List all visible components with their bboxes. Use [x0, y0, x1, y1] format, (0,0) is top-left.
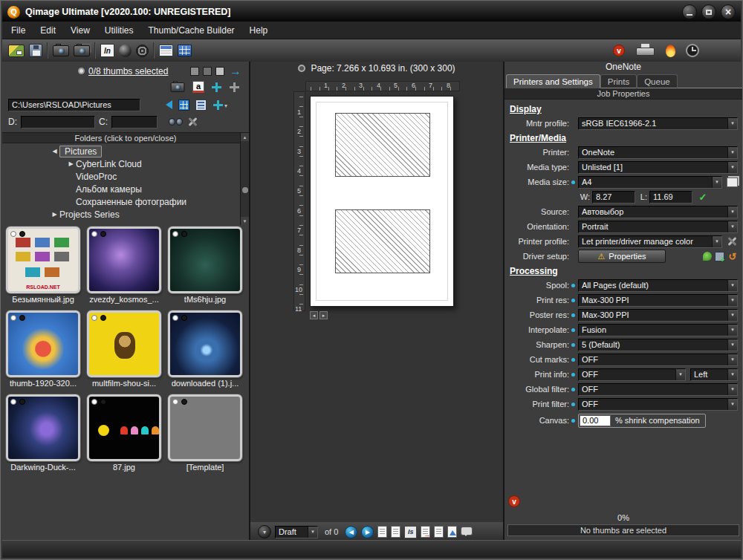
- spool-dropdown[interactable]: All Pages (default): [578, 279, 738, 292]
- swirl-icon[interactable]: [136, 45, 149, 57]
- interpolate-dropdown[interactable]: Fusion: [578, 324, 738, 336]
- select-dot-icon[interactable]: [172, 399, 178, 405]
- thumb-size-medium-button[interactable]: [203, 67, 212, 76]
- thumb-size-large-button[interactable]: [215, 67, 224, 76]
- folder-path-input[interactable]: [8, 99, 140, 111]
- rename-icon[interactable]: a: [192, 81, 204, 93]
- thumbnail[interactable]: [Template]: [167, 394, 243, 472]
- thumbnail[interactable]: tMs6hju.jpg: [167, 227, 243, 304]
- flame-icon[interactable]: [666, 44, 676, 57]
- clock-icon[interactable]: [686, 44, 699, 57]
- orientation-dropdown[interactable]: Portrait: [578, 221, 738, 233]
- prev-page-button[interactable]: [310, 311, 318, 319]
- next-page-button[interactable]: [319, 311, 328, 319]
- source-dropdown[interactable]: Автовыбор: [578, 206, 738, 218]
- add-gray-icon[interactable]: [229, 82, 240, 93]
- select-dot-icon[interactable]: [91, 315, 97, 321]
- thumbnail[interactable]: multfilm-shou-si...: [86, 310, 162, 388]
- add-folder-button[interactable]: [212, 100, 227, 111]
- thumbnail[interactable]: Darkwing-Duck-...: [5, 394, 81, 472]
- expand-arrow-icon[interactable]: [50, 148, 59, 154]
- new-page-icon[interactable]: [434, 526, 444, 538]
- print-info-dropdown[interactable]: OFF: [578, 368, 686, 381]
- ln-filter-icon[interactable]: ln: [100, 44, 114, 57]
- sharpen-dropdown[interactable]: 5 (Default): [578, 339, 738, 351]
- greenery-icon[interactable]: [703, 252, 712, 261]
- mark-dot-icon[interactable]: [181, 399, 187, 405]
- cut-marks-dropdown[interactable]: OFF: [578, 354, 738, 366]
- menu-view[interactable]: View: [71, 25, 90, 36]
- folder-item-videoproc[interactable]: VideoProc: [2, 170, 249, 183]
- help-bubble-icon[interactable]: [461, 527, 473, 535]
- menu-help[interactable]: Help: [250, 25, 268, 36]
- print-placeholder-2[interactable]: [335, 209, 430, 273]
- mark-dot-icon[interactable]: [181, 231, 187, 237]
- save-icon[interactable]: [29, 44, 42, 57]
- menu-utilities[interactable]: Utilities: [105, 25, 134, 36]
- thumb-grid-view-icon[interactable]: [178, 100, 189, 111]
- folders-header[interactable]: Folders (click to open/close): [2, 132, 249, 143]
- mark-dot-icon[interactable]: [181, 315, 187, 321]
- width-input[interactable]: [592, 191, 635, 204]
- thumbs-selected-label[interactable]: 0/8 thumbs selected: [88, 66, 168, 76]
- text-tool-icon[interactable]: Is: [404, 526, 417, 538]
- d-filter-input[interactable]: [21, 116, 95, 128]
- rotate-left-button[interactable]: [345, 526, 357, 538]
- poster-res-dropdown[interactable]: Max-300 PPI: [578, 309, 738, 322]
- folder-item-cyberlink[interactable]: CyberLink Cloud: [2, 157, 249, 170]
- select-dot-icon[interactable]: [91, 231, 97, 237]
- quality-dropdown[interactable]: Draft: [275, 526, 318, 538]
- mark-dot-icon[interactable]: [19, 399, 25, 405]
- mntr-profile-dropdown[interactable]: sRGB IEC61966-2.1: [578, 117, 738, 130]
- driver-properties-button[interactable]: Properties: [578, 250, 666, 263]
- print-filter-dropdown[interactable]: OFF: [578, 398, 738, 411]
- tab-prints[interactable]: Prints: [600, 74, 637, 88]
- folder-item-projects-series[interactable]: Projects Series: [2, 208, 249, 221]
- maximize-button[interactable]: [701, 4, 716, 19]
- sphere-icon[interactable]: [119, 45, 132, 57]
- color-settings-icon[interactable]: [726, 235, 738, 247]
- folder-item-pictures[interactable]: Pictures: [2, 145, 249, 157]
- select-dot-icon[interactable]: [91, 399, 97, 405]
- mark-dot-icon[interactable]: [100, 231, 106, 237]
- folders-scrollbar[interactable]: [240, 133, 249, 225]
- page-menu-button[interactable]: [258, 525, 271, 538]
- thumb-table-icon[interactable]: [159, 45, 173, 56]
- thumbnail[interactable]: RSLOAD.NET Безымянный.jpg: [5, 227, 81, 304]
- select-dot-icon[interactable]: [172, 231, 178, 237]
- select-dot-icon[interactable]: [172, 315, 178, 321]
- collapsed-arrow-icon[interactable]: [50, 211, 59, 218]
- scroll-thumb[interactable]: [242, 187, 248, 193]
- menu-thumb-cache-builder[interactable]: Thumb/Cache Builder: [149, 25, 235, 36]
- rotate-right-button[interactable]: [361, 526, 374, 538]
- list-view-icon[interactable]: [195, 100, 207, 111]
- thumb-size-small-button[interactable]: [190, 67, 199, 76]
- global-filter-dropdown[interactable]: OFF: [578, 383, 738, 396]
- thumbnail[interactable]: zvezdy_kosmos_...: [86, 227, 162, 304]
- add-teal-icon[interactable]: [211, 82, 222, 93]
- folder-item-saved-photos[interactable]: Сохраненные фотографии: [2, 195, 249, 208]
- close-button[interactable]: [721, 4, 736, 19]
- printer-dropdown[interactable]: OneNote: [578, 146, 738, 159]
- media-type-dropdown[interactable]: Unlisted [1]: [578, 161, 738, 174]
- page-list-icon[interactable]: [377, 526, 387, 538]
- folder-item-camera-album[interactable]: Альбом камеры: [2, 183, 249, 195]
- canvas-shrink-input[interactable]: [580, 415, 611, 426]
- mark-dot-icon[interactable]: [100, 399, 106, 405]
- reset-icon[interactable]: [727, 251, 738, 262]
- camera-icon[interactable]: [53, 45, 69, 56]
- minimize-button[interactable]: [682, 4, 697, 19]
- length-input[interactable]: [649, 191, 692, 204]
- print-placeholder-1[interactable]: [335, 113, 430, 177]
- thumbnail[interactable]: downloaded (1).j...: [167, 310, 243, 388]
- select-dot-icon[interactable]: [10, 231, 16, 237]
- tab-queue[interactable]: Queue: [637, 74, 678, 88]
- mark-dot-icon[interactable]: [100, 315, 106, 321]
- export-page-icon[interactable]: [421, 526, 430, 538]
- camera-pair-icon[interactable]: [74, 45, 90, 56]
- scroll-down-icon[interactable]: [241, 217, 249, 225]
- tools-icon[interactable]: [186, 116, 198, 128]
- acquire-images-icon[interactable]: [8, 45, 25, 57]
- select-dot-icon[interactable]: [10, 315, 16, 321]
- thumbnail[interactable]: 87.jpg: [86, 394, 162, 472]
